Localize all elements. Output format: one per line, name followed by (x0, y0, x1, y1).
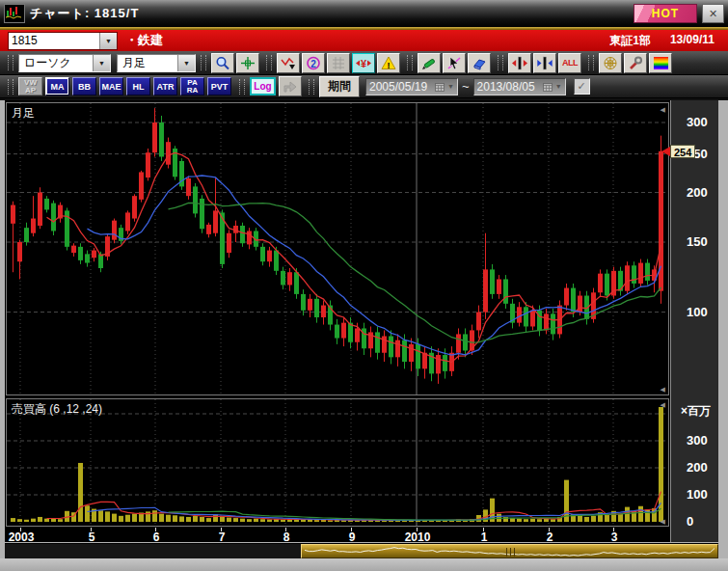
x-axis-label: 5 (89, 530, 95, 544)
chart-type-value: ローソク (24, 55, 71, 71)
volume-chart-svg (7, 399, 668, 526)
toolbar-grip[interactable] (407, 55, 413, 70)
svg-text:!: ! (388, 60, 391, 69)
toolbar-grip[interactable] (498, 55, 503, 70)
indicator-button-para[interactable]: PA RA (180, 77, 204, 95)
timeframe-value: 月足 (122, 55, 146, 71)
log-scale-button[interactable]: Log (250, 77, 276, 95)
x-axis-label: 2010 (405, 530, 431, 544)
period-button[interactable]: 期間 (319, 76, 360, 97)
toolbar-main: ローソク ▼ 月足 ▼ 2¥!ALL (0, 51, 728, 75)
price-axis-label: 150 (687, 235, 708, 249)
price-chart-svg (7, 103, 668, 394)
date-to-dropdown-icon: ▼ (555, 83, 562, 90)
quote-date: 13/09/11 (670, 33, 715, 49)
grid-icon-button (327, 53, 350, 73)
volume-axis-label: 0 (687, 515, 693, 529)
date-to-value: 2013/08/05 (477, 80, 540, 94)
svg-text:2: 2 (310, 58, 316, 68)
window-title: チャート: 1815/T (30, 5, 139, 22)
scrollbar-thumb[interactable] (301, 544, 718, 558)
cursor-icon-button[interactable] (443, 53, 466, 73)
period-checkbox[interactable]: ✓ (574, 78, 590, 95)
last-price-marker: 254 (661, 144, 695, 159)
x-axis-label: 2003 (9, 530, 35, 544)
x-axis: 2003567892010123 (6, 528, 669, 544)
toolbar-grip[interactable] (8, 79, 13, 95)
price-marker-value: 254 (670, 145, 695, 158)
rainbow-icon-button[interactable] (649, 53, 672, 73)
pencil-icon-button[interactable] (418, 53, 441, 73)
price-axis-label: 300 (687, 116, 708, 129)
pane-scroll-icon[interactable]: ◀ (661, 106, 665, 113)
price-marker-arrow-icon (661, 147, 670, 156)
price-yen-icon-button[interactable]: ¥ (352, 53, 375, 73)
indicator-button-ma[interactable]: MA (45, 77, 69, 95)
scrollbar-grip-icon[interactable] (506, 548, 515, 557)
indicator-button-pvt[interactable]: PVT (207, 77, 231, 95)
stock-code-dropdown-icon[interactable]: ▼ (99, 33, 117, 49)
pane-scroll-icon[interactable]: ◀ (661, 401, 665, 408)
indicator-button-atr[interactable]: ATR (153, 77, 177, 95)
chart-area: 月足 ◀ ◀ 売買高 (6 ,12 ,24) ◀ ◀ 2003567892010… (5, 100, 718, 542)
date-from-value: 2005/05/19 (369, 80, 432, 94)
date-from-field[interactable]: 2005/05/19 ▼ (365, 78, 458, 95)
indicator-button-hl[interactable]: HL (126, 77, 150, 95)
indicator-button-mae[interactable]: MAE (99, 77, 123, 95)
toolbar-grip[interactable] (588, 55, 594, 70)
y-axis-panel: 300250200150100×百万3002001000 (670, 100, 718, 542)
volume-axis-label: 200 (687, 461, 708, 475)
all-button[interactable]: ALL (558, 53, 581, 73)
date-to-field[interactable]: 2013/08/05 ▼ (473, 78, 566, 95)
toolbar-indicators: VW APMABBMAEHLATRPA RAPVT Log 期間 2005/05… (0, 75, 728, 98)
bar-expand-icon-button[interactable] (508, 53, 531, 73)
nav-arrow-icon-button (279, 76, 302, 96)
toolbar-grip[interactable] (8, 55, 13, 70)
oscillator-icon-button[interactable] (277, 53, 300, 73)
volume-axis-unit: ×百万 (681, 403, 711, 420)
toolbar-grip[interactable] (239, 79, 245, 95)
calendar-icon (435, 82, 445, 92)
calendar-icon (543, 82, 553, 92)
chart-type-dropdown-icon[interactable]: ▼ (93, 55, 110, 71)
price-pane[interactable]: 月足 ◀ ◀ (6, 102, 669, 395)
toolbar-grip[interactable] (266, 55, 272, 70)
volume-pane[interactable]: 売買高 (6 ,12 ,24) ◀ ◀ (6, 398, 669, 527)
x-axis-label: 3 (611, 530, 618, 544)
bar-shrink-icon-button[interactable] (533, 53, 556, 73)
volume-axis-label: 100 (687, 488, 708, 502)
stock-code-input[interactable] (9, 34, 99, 47)
pane-scroll-icon[interactable]: ◀ (661, 386, 665, 393)
hot-button[interactable]: HOT (634, 4, 697, 23)
x-axis-label: 6 (153, 530, 160, 544)
app-chart-icon (4, 4, 25, 23)
wrench-icon-button[interactable] (624, 53, 647, 73)
toolbar-grip[interactable] (309, 79, 314, 95)
chart-scrollbar[interactable] (5, 543, 718, 558)
pane-scroll-icon[interactable]: ◀ (661, 518, 665, 525)
date-from-dropdown-icon: ▼ (447, 83, 454, 90)
close-icon[interactable]: ✕ (702, 4, 724, 23)
x-axis-label: 8 (283, 530, 290, 544)
alert-icon-button[interactable]: ! (377, 53, 400, 73)
x-axis-label: 1 (481, 530, 488, 544)
market-label: 東証1部 (609, 33, 651, 49)
indicator-button-bb[interactable]: BB (72, 77, 96, 95)
stock-code-combo[interactable]: ▼ (8, 32, 118, 50)
svg-text:¥: ¥ (361, 57, 367, 68)
chart-type-select[interactable]: ローソク ▼ (18, 54, 111, 72)
title-bar: チャート: 1815/T HOT ✕ (0, 0, 728, 27)
window-border-bottom (0, 558, 728, 571)
price-pane-label: 月足 (12, 105, 35, 122)
indicator-button-vwap: VW AP (18, 77, 42, 95)
price-axis-label: 200 (687, 186, 708, 200)
web-icon-button[interactable] (599, 53, 622, 73)
eraser-icon-button[interactable] (468, 53, 491, 73)
timeframe-select[interactable]: 月足 ▼ (117, 54, 196, 72)
volume-pane-label: 売買高 (6 ,12 ,24) (12, 401, 102, 418)
zoom-icon-button[interactable] (211, 53, 234, 73)
toolbar-grip[interactable] (201, 55, 206, 70)
second-axis-icon-button[interactable]: 2 (302, 53, 325, 73)
crosshair-icon-button[interactable] (236, 53, 259, 73)
timeframe-dropdown-icon[interactable]: ▼ (177, 55, 195, 71)
